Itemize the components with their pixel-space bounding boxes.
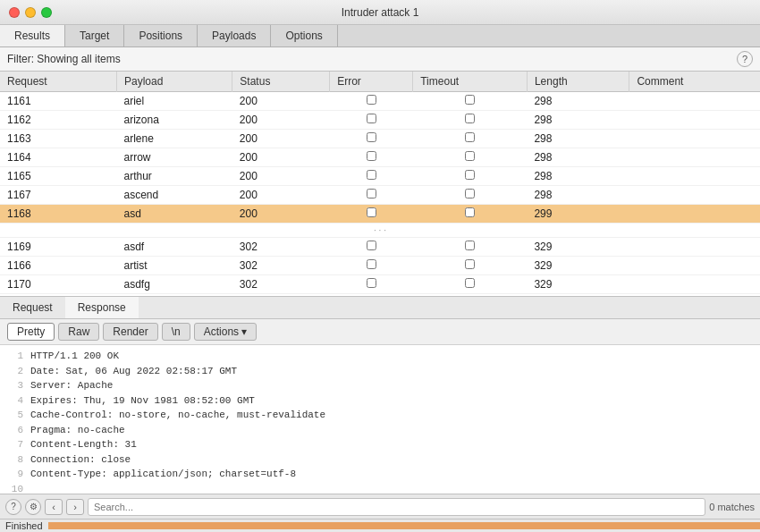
table-row[interactable]: 1168asd200299 [0,205,760,224]
cell-timeout[interactable] [413,111,528,130]
cell-error[interactable] [330,130,413,148]
cell-payload: arizona [116,111,232,130]
cell-comment [629,167,760,186]
cell-timeout[interactable] [413,186,528,205]
tab-results[interactable]: Results [0,25,65,46]
cell-error[interactable] [330,257,413,275]
cell-error[interactable] [330,186,413,205]
cell-status: 200 [232,130,330,148]
panel-tab-response[interactable]: Response [65,297,139,318]
table-row[interactable]: 1169asdf302329 [0,238,760,257]
line-number: 2 [7,364,23,379]
line-number: 5 [7,408,23,423]
cell-payload: asdfg [116,275,232,294]
cell-timeout[interactable] [413,148,528,167]
cell-status: 302 [232,257,330,275]
filter-label: Filter: Showing all items [7,53,121,65]
finished-label: Finished [0,519,48,532]
tab-positions[interactable]: Positions [124,25,198,46]
line-number: 3 [7,378,23,393]
table-row[interactable]: 1163arlene200298 [0,130,760,148]
cell-length: 298 [527,167,629,186]
cell-status: 200 [232,148,330,167]
cell-comment [629,111,760,130]
filter-help-button[interactable]: ? [737,51,753,67]
progress-fill [48,522,760,529]
line-number: 4 [7,393,23,409]
cell-timeout[interactable] [413,275,528,294]
close-button[interactable] [9,7,20,18]
tab-options[interactable]: Options [271,25,337,46]
cell-error[interactable] [330,275,413,294]
table-row[interactable]: 1170asdfg302329 [0,275,760,294]
cell-payload: asdf [116,238,232,257]
chevron-down-icon: ▾ [241,325,247,338]
forward-button[interactable]: › [66,499,84,515]
line-number: 10 [7,482,23,494]
col-status: Status [232,72,330,92]
tab-payloads[interactable]: Payloads [198,25,271,46]
window-controls[interactable] [9,7,52,18]
cell-payload: arthur [116,167,232,186]
finished-bar: Finished [0,519,760,532]
cell-error[interactable] [330,92,413,111]
cell-timeout[interactable] [413,205,528,224]
panel-tab-request[interactable]: Request [0,297,65,318]
pretty-button[interactable]: Pretty [7,323,55,341]
line-number: 8 [7,452,23,468]
cell-comment [629,257,760,275]
settings-icon-button[interactable]: ⚙ [25,499,41,515]
cell-length: 298 [527,186,629,205]
line-content: Server: Apache [30,378,113,393]
cell-timeout[interactable] [413,92,528,111]
table-divider: · · · [0,224,760,238]
cell-status: 200 [232,167,330,186]
cell-request: 1167 [0,186,116,205]
actions-label: Actions [204,325,239,338]
cell-payload: artist [116,257,232,275]
cell-error[interactable] [330,238,413,257]
line-number: 7 [7,437,23,452]
cell-error[interactable] [330,148,413,167]
render-button[interactable]: Render [103,323,157,341]
table-row[interactable]: 1167ascend200298 [0,186,760,205]
col-error: Error [330,72,413,92]
cell-comment [629,238,760,257]
back-button[interactable]: ‹ [45,499,63,515]
table-row[interactable]: 1164arrow200298 [0,148,760,167]
cell-status: 200 [232,205,330,224]
cell-timeout[interactable] [413,257,528,275]
cell-error[interactable] [330,111,413,130]
cell-status: 302 [232,238,330,257]
help-icon-button[interactable]: ? [5,499,21,515]
col-request: Request [0,72,116,92]
cell-length: 298 [527,111,629,130]
raw-button[interactable]: Raw [58,323,99,341]
cell-timeout[interactable] [413,130,528,148]
table-row[interactable]: 1165arthur200298 [0,167,760,186]
maximize-button[interactable] [41,7,52,18]
search-input[interactable] [88,498,705,516]
cell-status: 200 [232,111,330,130]
results-table-container[interactable]: Request Payload Status Error Timeout Len… [0,72,760,297]
table-header-row: Request Payload Status Error Timeout Len… [0,72,760,92]
cell-error[interactable] [330,167,413,186]
table-row[interactable]: 1166artist302329 [0,257,760,275]
cell-error[interactable] [330,205,413,224]
cell-timeout[interactable] [413,238,528,257]
newline-button[interactable]: \n [162,323,190,341]
minimize-button[interactable] [25,7,36,18]
table-row[interactable]: 1162arizona200298 [0,111,760,130]
cell-timeout[interactable] [413,167,528,186]
line-content: Content-Length: 31 [30,437,137,452]
cell-status: 200 [232,92,330,111]
code-line: 6Pragma: no-cache [7,423,753,438]
actions-button[interactable]: Actions ▾ [194,323,257,341]
cell-length: 329 [527,238,629,257]
table-row[interactable]: 1161ariel200298 [0,92,760,111]
cell-length: 329 [527,257,629,275]
line-content: Connection: close [30,452,131,468]
tab-target[interactable]: Target [65,25,124,46]
code-line: 3Server: Apache [7,378,753,393]
cell-comment [629,275,760,294]
